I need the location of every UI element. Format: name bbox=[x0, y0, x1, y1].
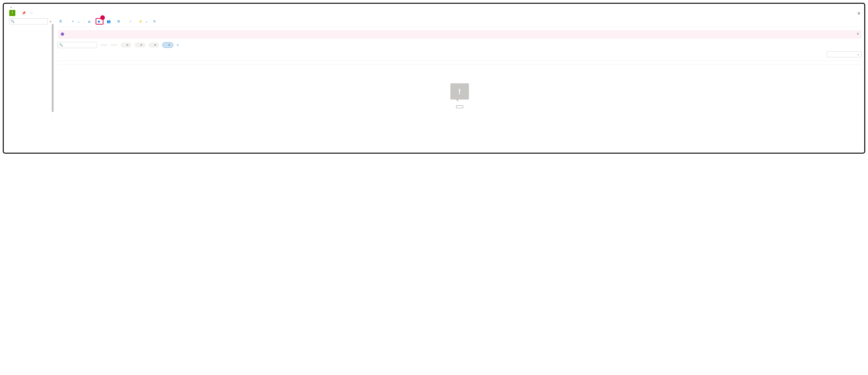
banner-close-icon[interactable]: ✕ bbox=[857, 32, 859, 35]
processing-rules-icon: ⚙ bbox=[117, 20, 120, 23]
chevron-down-icon: ⌄ bbox=[145, 20, 148, 23]
grouping-select[interactable] bbox=[827, 51, 862, 57]
pill-clear-icon[interactable]: ✕ bbox=[140, 43, 143, 46]
more-icon[interactable]: ⋯ bbox=[29, 11, 33, 15]
sidebar-group-insights bbox=[8, 26, 53, 29]
main-content: 🗓 ＋⌄ 🛎 ◉ 👥 ⚙ ✓ ⚡⌄ ↻ bbox=[53, 17, 864, 118]
grouping-select-wrapper bbox=[827, 51, 862, 57]
filter-pill-monitor-service[interactable]: ✕ bbox=[162, 42, 173, 48]
pill-clear-icon[interactable]: ✕ bbox=[126, 43, 128, 46]
sidebar-collapse-icon[interactable]: « bbox=[50, 20, 52, 23]
info-banner: ✕ bbox=[58, 30, 862, 39]
chevron-down-icon: ⌄ bbox=[77, 20, 80, 23]
close-icon[interactable]: ✕ bbox=[857, 11, 861, 16]
callout-badge-two bbox=[100, 15, 105, 20]
banner-badge-icon bbox=[61, 32, 64, 36]
search-icon: 🔍 bbox=[11, 20, 14, 23]
filter-icon: 🜄 bbox=[176, 43, 179, 47]
create-button[interactable]: ＋⌄ bbox=[70, 18, 82, 24]
page-header: 📌 ⋯ ✕ bbox=[4, 10, 864, 17]
alerts-search-input[interactable] bbox=[58, 42, 97, 48]
pill-clear-icon[interactable]: ✕ bbox=[168, 43, 170, 46]
breadcrumb: > bbox=[4, 4, 864, 10]
filter-pill-resource-name[interactable]: ✕ bbox=[149, 42, 159, 48]
summary-row bbox=[58, 51, 862, 61]
sidebar-search: 🔍 bbox=[9, 18, 48, 24]
filter-pill-severity[interactable]: ✕ bbox=[134, 42, 145, 48]
command-bar: 🗓 ＋⌄ 🛎 ◉ 👥 ⚙ ✓ ⚡⌄ ↻ bbox=[58, 17, 862, 27]
filter-pill-subscription[interactable] bbox=[100, 44, 107, 46]
monitor-app-icon bbox=[9, 10, 15, 16]
prometheus-rule-groups-button[interactable]: ◉ bbox=[96, 19, 103, 24]
prometheus-icon: ◉ bbox=[97, 20, 100, 23]
clear-filters-button[interactable] bbox=[456, 105, 463, 108]
lightning-icon: ⚡ bbox=[138, 20, 143, 23]
refresh-icon: ↻ bbox=[153, 20, 156, 23]
refresh-button[interactable]: ↻ bbox=[152, 19, 159, 24]
empty-state bbox=[58, 65, 862, 115]
no-results-icon bbox=[451, 83, 469, 99]
filter-bar: 🔍 ✕ ✕ ✕ ✕ 🜄 bbox=[58, 42, 862, 51]
change-user-response-button: ✓ bbox=[128, 19, 135, 24]
actions-dropdown[interactable]: ⚡⌄ bbox=[137, 19, 149, 24]
action-groups-button[interactable]: 👥 bbox=[105, 19, 114, 24]
sidebar-search-input[interactable] bbox=[9, 18, 48, 24]
alert-rules-icon: 🛎 bbox=[88, 20, 91, 23]
view-as-timeline-button[interactable]: 🗓 bbox=[58, 19, 65, 24]
search-icon: 🔍 bbox=[59, 43, 63, 46]
add-filter-button[interactable]: 🜄 bbox=[176, 43, 181, 47]
sidebar: 🔍 « bbox=[4, 17, 53, 118]
alert-rules-button[interactable]: 🛎 bbox=[86, 19, 94, 24]
filter-pill-timerange[interactable] bbox=[111, 44, 117, 46]
timeline-icon: 🗓 bbox=[59, 20, 62, 23]
table-header bbox=[58, 61, 862, 65]
alerts-search: 🔍 bbox=[58, 42, 97, 48]
pill-clear-icon[interactable]: ✕ bbox=[154, 43, 156, 46]
pin-icon[interactable]: 📌 bbox=[22, 11, 26, 15]
crumb-sep: > bbox=[9, 6, 13, 9]
filter-pill-alert-condition[interactable]: ✕ bbox=[121, 42, 131, 48]
check-icon: ✓ bbox=[129, 20, 132, 23]
alert-processing-rules-button[interactable]: ⚙ bbox=[116, 19, 123, 24]
action-groups-icon: 👥 bbox=[107, 20, 111, 23]
plus-icon: ＋ bbox=[71, 19, 74, 24]
